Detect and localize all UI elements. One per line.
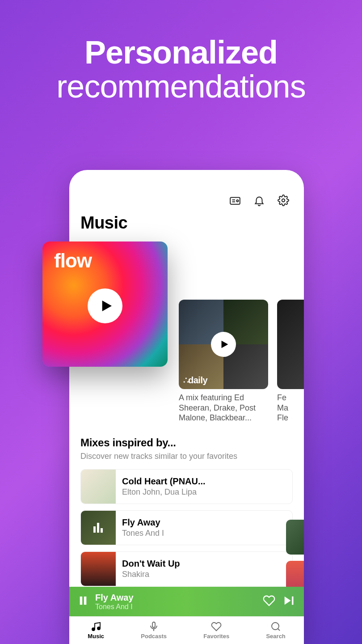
- now-playing-artist: Tones And I: [95, 603, 256, 611]
- track-artwork: [81, 551, 116, 586]
- svg-rect-7: [80, 597, 83, 605]
- daily-mix-art: ∴daily: [179, 300, 268, 389]
- track-artist: Elton John, Dua Lipa: [122, 487, 206, 497]
- svg-point-15: [272, 623, 279, 630]
- daily-mix-card[interactable]: ∴daily A mix featuring Ed Sheeran, Drake…: [179, 300, 268, 423]
- tab-label: Favorites: [203, 633, 229, 640]
- track-title: Cold Heart (PNAU...: [122, 476, 206, 487]
- daily-label: ∴daily: [183, 375, 207, 386]
- bottom-tabs: Music Podcasts Favorites Search: [69, 616, 304, 644]
- svg-rect-13: [152, 622, 155, 627]
- svg-rect-8: [84, 597, 87, 605]
- flow-label: flow: [54, 250, 92, 272]
- now-playing-bar[interactable]: Fly Away Tones And I: [69, 587, 304, 616]
- section-subtitle: Discover new tracks similar to your favo…: [80, 452, 293, 461]
- hero-line1: Personalized: [0, 36, 362, 70]
- radio-icon[interactable]: [229, 195, 241, 208]
- section-title: Mixes inspired by...: [80, 436, 293, 449]
- next-track-icon[interactable]: [282, 594, 295, 609]
- track-list: Cold Heart (PNAU... Elton John, Dua Lipa…: [80, 469, 293, 586]
- tab-search[interactable]: Search: [266, 621, 285, 640]
- flow-play-button[interactable]: [88, 288, 122, 323]
- track-row[interactable]: Cold Heart (PNAU... Elton John, Dua Lipa: [80, 469, 293, 504]
- tab-label: Search: [266, 633, 285, 640]
- track-title: Don't Wait Up: [122, 559, 180, 569]
- svg-rect-10: [292, 597, 294, 605]
- top-icons: [80, 195, 293, 208]
- track-artist: Tones And I: [122, 529, 164, 538]
- gear-icon[interactable]: [278, 195, 289, 208]
- svg-point-12: [97, 627, 100, 630]
- svg-marker-9: [285, 597, 291, 605]
- svg-marker-6: [102, 301, 111, 311]
- now-playing-title: Fly Away: [95, 593, 256, 603]
- side-artwork[interactable]: [286, 520, 304, 555]
- play-button[interactable]: [211, 332, 236, 357]
- phone-frame: Music your favorites and new discoveries…: [69, 170, 304, 644]
- svg-point-11: [92, 628, 95, 631]
- hero-line2: recommendations: [0, 70, 362, 104]
- svg-point-1: [236, 200, 238, 202]
- hero-title: Personalized recommendations: [0, 0, 362, 103]
- svg-marker-5: [221, 341, 228, 348]
- svg-point-4: [282, 199, 285, 202]
- next-mix-art: [277, 300, 304, 389]
- tab-music[interactable]: Music: [88, 621, 104, 640]
- page-title: Music: [80, 213, 293, 233]
- daily-mix-desc: A mix featuring Ed Sheeran, Drake, Post …: [179, 393, 268, 423]
- tab-favorites[interactable]: Favorites: [203, 621, 229, 640]
- track-artwork: [81, 469, 116, 504]
- tab-label: Music: [88, 633, 104, 640]
- track-artist: Shakira: [122, 570, 180, 579]
- track-title: Fly Away: [122, 517, 164, 528]
- pause-icon[interactable]: [78, 595, 88, 608]
- svg-line-16: [278, 629, 280, 631]
- track-row[interactable]: Don't Wait Up Shakira: [80, 551, 293, 586]
- tab-podcasts[interactable]: Podcasts: [141, 621, 167, 640]
- track-row[interactable]: Fly Away Tones And I: [80, 510, 293, 545]
- tab-label: Podcasts: [141, 633, 167, 640]
- track-artwork: [81, 510, 116, 545]
- equalizer-icon: [93, 523, 103, 533]
- flow-card[interactable]: flow: [42, 242, 168, 367]
- bell-icon[interactable]: [253, 195, 265, 208]
- next-mix-desc: Fe Ma Fle: [277, 393, 304, 423]
- next-mix-card[interactable]: Fe Ma Fle: [277, 300, 304, 423]
- now-playing-info: Fly Away Tones And I: [95, 593, 256, 611]
- heart-icon[interactable]: [263, 594, 275, 609]
